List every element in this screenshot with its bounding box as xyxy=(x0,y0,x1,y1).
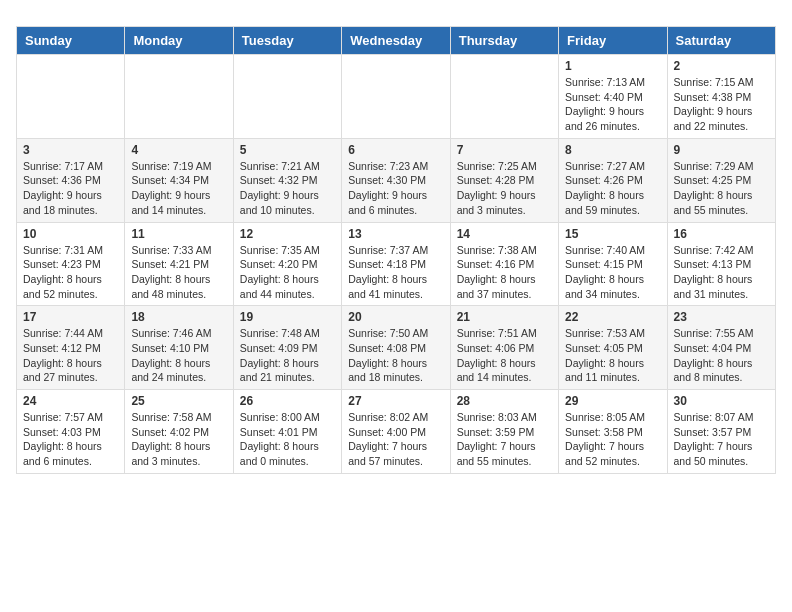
calendar-cell: 30Sunrise: 8:07 AM Sunset: 3:57 PM Dayli… xyxy=(667,390,775,474)
calendar-cell: 6Sunrise: 7:23 AM Sunset: 4:30 PM Daylig… xyxy=(342,138,450,222)
day-number: 25 xyxy=(131,394,226,408)
calendar-cell: 17Sunrise: 7:44 AM Sunset: 4:12 PM Dayli… xyxy=(17,306,125,390)
day-number: 27 xyxy=(348,394,443,408)
calendar-cell xyxy=(450,55,558,139)
day-info: Sunrise: 7:40 AM Sunset: 4:15 PM Dayligh… xyxy=(565,243,660,302)
day-info: Sunrise: 7:31 AM Sunset: 4:23 PM Dayligh… xyxy=(23,243,118,302)
calendar-cell: 29Sunrise: 8:05 AM Sunset: 3:58 PM Dayli… xyxy=(559,390,667,474)
calendar-cell: 16Sunrise: 7:42 AM Sunset: 4:13 PM Dayli… xyxy=(667,222,775,306)
day-number: 5 xyxy=(240,143,335,157)
calendar-cell: 9Sunrise: 7:29 AM Sunset: 4:25 PM Daylig… xyxy=(667,138,775,222)
day-info: Sunrise: 7:19 AM Sunset: 4:34 PM Dayligh… xyxy=(131,159,226,218)
calendar-cell: 1Sunrise: 7:13 AM Sunset: 4:40 PM Daylig… xyxy=(559,55,667,139)
calendar-cell xyxy=(125,55,233,139)
calendar-cell: 21Sunrise: 7:51 AM Sunset: 4:06 PM Dayli… xyxy=(450,306,558,390)
calendar-cell: 7Sunrise: 7:25 AM Sunset: 4:28 PM Daylig… xyxy=(450,138,558,222)
calendar-cell: 2Sunrise: 7:15 AM Sunset: 4:38 PM Daylig… xyxy=(667,55,775,139)
day-info: Sunrise: 7:51 AM Sunset: 4:06 PM Dayligh… xyxy=(457,326,552,385)
day-info: Sunrise: 7:55 AM Sunset: 4:04 PM Dayligh… xyxy=(674,326,769,385)
day-info: Sunrise: 7:33 AM Sunset: 4:21 PM Dayligh… xyxy=(131,243,226,302)
day-info: Sunrise: 8:00 AM Sunset: 4:01 PM Dayligh… xyxy=(240,410,335,469)
day-number: 30 xyxy=(674,394,769,408)
calendar-cell xyxy=(17,55,125,139)
day-number: 9 xyxy=(674,143,769,157)
day-number: 16 xyxy=(674,227,769,241)
week-row-3: 17Sunrise: 7:44 AM Sunset: 4:12 PM Dayli… xyxy=(17,306,776,390)
calendar-cell: 14Sunrise: 7:38 AM Sunset: 4:16 PM Dayli… xyxy=(450,222,558,306)
calendar-cell xyxy=(233,55,341,139)
calendar-cell: 24Sunrise: 7:57 AM Sunset: 4:03 PM Dayli… xyxy=(17,390,125,474)
weekday-header-sunday: Sunday xyxy=(17,27,125,55)
week-row-0: 1Sunrise: 7:13 AM Sunset: 4:40 PM Daylig… xyxy=(17,55,776,139)
day-number: 11 xyxy=(131,227,226,241)
calendar: SundayMondayTuesdayWednesdayThursdayFrid… xyxy=(16,26,776,474)
day-info: Sunrise: 7:21 AM Sunset: 4:32 PM Dayligh… xyxy=(240,159,335,218)
calendar-cell: 3Sunrise: 7:17 AM Sunset: 4:36 PM Daylig… xyxy=(17,138,125,222)
day-info: Sunrise: 7:58 AM Sunset: 4:02 PM Dayligh… xyxy=(131,410,226,469)
day-number: 3 xyxy=(23,143,118,157)
day-number: 1 xyxy=(565,59,660,73)
calendar-cell: 28Sunrise: 8:03 AM Sunset: 3:59 PM Dayli… xyxy=(450,390,558,474)
calendar-cell: 18Sunrise: 7:46 AM Sunset: 4:10 PM Dayli… xyxy=(125,306,233,390)
day-info: Sunrise: 8:02 AM Sunset: 4:00 PM Dayligh… xyxy=(348,410,443,469)
day-number: 26 xyxy=(240,394,335,408)
weekday-header-tuesday: Tuesday xyxy=(233,27,341,55)
day-info: Sunrise: 7:27 AM Sunset: 4:26 PM Dayligh… xyxy=(565,159,660,218)
day-number: 14 xyxy=(457,227,552,241)
weekday-header-wednesday: Wednesday xyxy=(342,27,450,55)
day-number: 12 xyxy=(240,227,335,241)
day-info: Sunrise: 7:53 AM Sunset: 4:05 PM Dayligh… xyxy=(565,326,660,385)
day-number: 29 xyxy=(565,394,660,408)
calendar-cell: 8Sunrise: 7:27 AM Sunset: 4:26 PM Daylig… xyxy=(559,138,667,222)
week-row-2: 10Sunrise: 7:31 AM Sunset: 4:23 PM Dayli… xyxy=(17,222,776,306)
day-info: Sunrise: 7:48 AM Sunset: 4:09 PM Dayligh… xyxy=(240,326,335,385)
calendar-cell: 25Sunrise: 7:58 AM Sunset: 4:02 PM Dayli… xyxy=(125,390,233,474)
weekday-header-saturday: Saturday xyxy=(667,27,775,55)
day-info: Sunrise: 8:07 AM Sunset: 3:57 PM Dayligh… xyxy=(674,410,769,469)
day-number: 6 xyxy=(348,143,443,157)
day-number: 2 xyxy=(674,59,769,73)
calendar-cell xyxy=(342,55,450,139)
day-info: Sunrise: 7:37 AM Sunset: 4:18 PM Dayligh… xyxy=(348,243,443,302)
calendar-cell: 27Sunrise: 8:02 AM Sunset: 4:00 PM Dayli… xyxy=(342,390,450,474)
week-row-4: 24Sunrise: 7:57 AM Sunset: 4:03 PM Dayli… xyxy=(17,390,776,474)
day-info: Sunrise: 7:13 AM Sunset: 4:40 PM Dayligh… xyxy=(565,75,660,134)
calendar-cell: 4Sunrise: 7:19 AM Sunset: 4:34 PM Daylig… xyxy=(125,138,233,222)
day-number: 28 xyxy=(457,394,552,408)
day-number: 23 xyxy=(674,310,769,324)
day-number: 10 xyxy=(23,227,118,241)
day-number: 22 xyxy=(565,310,660,324)
day-info: Sunrise: 7:46 AM Sunset: 4:10 PM Dayligh… xyxy=(131,326,226,385)
day-number: 20 xyxy=(348,310,443,324)
calendar-cell: 23Sunrise: 7:55 AM Sunset: 4:04 PM Dayli… xyxy=(667,306,775,390)
day-info: Sunrise: 7:57 AM Sunset: 4:03 PM Dayligh… xyxy=(23,410,118,469)
calendar-cell: 19Sunrise: 7:48 AM Sunset: 4:09 PM Dayli… xyxy=(233,306,341,390)
calendar-cell: 26Sunrise: 8:00 AM Sunset: 4:01 PM Dayli… xyxy=(233,390,341,474)
day-number: 24 xyxy=(23,394,118,408)
day-number: 4 xyxy=(131,143,226,157)
day-info: Sunrise: 7:29 AM Sunset: 4:25 PM Dayligh… xyxy=(674,159,769,218)
week-row-1: 3Sunrise: 7:17 AM Sunset: 4:36 PM Daylig… xyxy=(17,138,776,222)
weekday-header-monday: Monday xyxy=(125,27,233,55)
day-info: Sunrise: 8:05 AM Sunset: 3:58 PM Dayligh… xyxy=(565,410,660,469)
weekday-header-thursday: Thursday xyxy=(450,27,558,55)
day-info: Sunrise: 7:23 AM Sunset: 4:30 PM Dayligh… xyxy=(348,159,443,218)
calendar-cell: 12Sunrise: 7:35 AM Sunset: 4:20 PM Dayli… xyxy=(233,222,341,306)
day-info: Sunrise: 7:50 AM Sunset: 4:08 PM Dayligh… xyxy=(348,326,443,385)
day-info: Sunrise: 7:35 AM Sunset: 4:20 PM Dayligh… xyxy=(240,243,335,302)
day-number: 13 xyxy=(348,227,443,241)
day-info: Sunrise: 7:38 AM Sunset: 4:16 PM Dayligh… xyxy=(457,243,552,302)
day-number: 18 xyxy=(131,310,226,324)
calendar-cell: 13Sunrise: 7:37 AM Sunset: 4:18 PM Dayli… xyxy=(342,222,450,306)
day-number: 8 xyxy=(565,143,660,157)
calendar-cell: 20Sunrise: 7:50 AM Sunset: 4:08 PM Dayli… xyxy=(342,306,450,390)
day-info: Sunrise: 7:17 AM Sunset: 4:36 PM Dayligh… xyxy=(23,159,118,218)
day-info: Sunrise: 7:42 AM Sunset: 4:13 PM Dayligh… xyxy=(674,243,769,302)
calendar-cell: 11Sunrise: 7:33 AM Sunset: 4:21 PM Dayli… xyxy=(125,222,233,306)
day-info: Sunrise: 7:25 AM Sunset: 4:28 PM Dayligh… xyxy=(457,159,552,218)
calendar-cell: 22Sunrise: 7:53 AM Sunset: 4:05 PM Dayli… xyxy=(559,306,667,390)
day-info: Sunrise: 8:03 AM Sunset: 3:59 PM Dayligh… xyxy=(457,410,552,469)
calendar-cell: 15Sunrise: 7:40 AM Sunset: 4:15 PM Dayli… xyxy=(559,222,667,306)
day-info: Sunrise: 7:15 AM Sunset: 4:38 PM Dayligh… xyxy=(674,75,769,134)
weekday-header-friday: Friday xyxy=(559,27,667,55)
